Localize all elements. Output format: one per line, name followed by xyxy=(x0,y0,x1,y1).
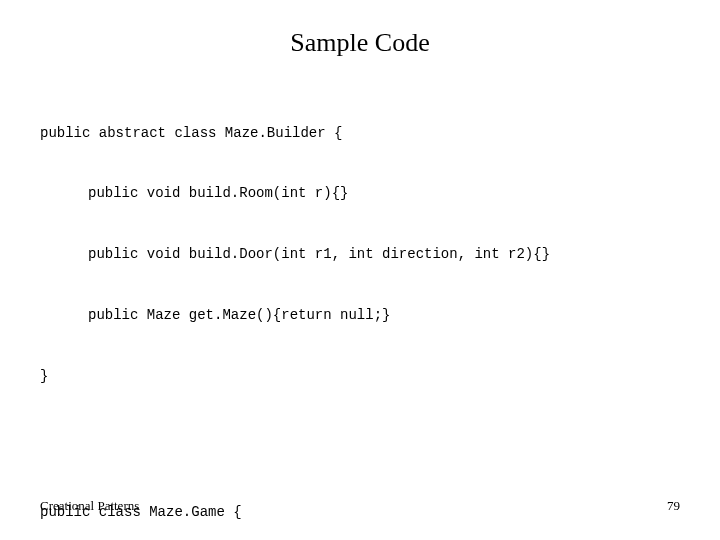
code-line: } xyxy=(40,366,680,386)
footer-left: Creational Patterns xyxy=(40,498,139,514)
page-title: Sample Code xyxy=(40,28,680,58)
footer: Creational Patterns 79 xyxy=(40,498,680,514)
page-number: 79 xyxy=(667,498,680,514)
code-line: public Maze get.Maze(){return null;} xyxy=(40,305,680,325)
code-line: public abstract class Maze.Builder { xyxy=(40,123,680,143)
spacer xyxy=(40,427,680,461)
slide: Sample Code public abstract class Maze.B… xyxy=(0,0,720,540)
code-line: public void build.Door(int r1, int direc… xyxy=(40,244,680,264)
code-line: public void build.Room(int r){} xyxy=(40,183,680,203)
code-block-1: public abstract class Maze.Builder { pub… xyxy=(40,82,680,427)
